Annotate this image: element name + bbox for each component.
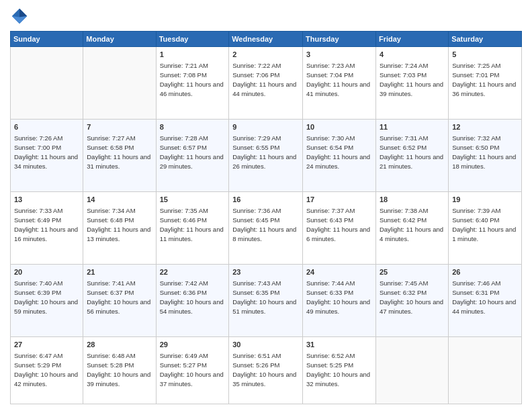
calendar-cell: 26Sunrise: 7:46 AM Sunset: 6:31 PM Dayli… <box>449 265 522 337</box>
day-number: 1 <box>160 50 226 60</box>
day-number: 11 <box>380 122 445 132</box>
day-number: 2 <box>232 50 299 60</box>
cell-daylight-info: Sunrise: 7:38 AM Sunset: 6:42 PM Dayligh… <box>380 206 445 243</box>
calendar-cell: 15Sunrise: 7:35 AM Sunset: 6:46 PM Dayli… <box>156 192 229 265</box>
cell-daylight-info: Sunrise: 7:23 AM Sunset: 7:04 PM Dayligh… <box>306 61 372 98</box>
calendar-cell: 27Sunrise: 6:47 AM Sunset: 5:29 PM Dayli… <box>11 337 83 404</box>
cell-daylight-info: Sunrise: 7:25 AM Sunset: 7:01 PM Dayligh… <box>452 61 518 98</box>
day-number: 6 <box>14 122 79 132</box>
day-number: 19 <box>452 195 518 205</box>
day-number: 28 <box>87 340 152 350</box>
calendar-cell: 24Sunrise: 7:44 AM Sunset: 6:33 PM Dayli… <box>303 265 376 337</box>
calendar-cell: 10Sunrise: 7:30 AM Sunset: 6:54 PM Dayli… <box>303 120 376 192</box>
calendar-cell: 20Sunrise: 7:40 AM Sunset: 6:39 PM Dayli… <box>11 265 83 337</box>
day-number: 9 <box>232 122 299 132</box>
calendar-cell: 5Sunrise: 7:25 AM Sunset: 7:01 PM Daylig… <box>449 47 522 120</box>
day-number: 14 <box>87 195 152 205</box>
cell-daylight-info: Sunrise: 7:42 AM Sunset: 6:36 PM Dayligh… <box>160 279 226 316</box>
calendar-cell <box>83 47 156 120</box>
calendar-cell <box>375 337 448 404</box>
calendar-week-row: 13Sunrise: 7:33 AM Sunset: 6:49 PM Dayli… <box>11 192 522 265</box>
calendar-day-header: Monday <box>83 32 156 47</box>
day-number: 26 <box>452 267 518 277</box>
calendar-day-header: Tuesday <box>156 32 229 47</box>
cell-daylight-info: Sunrise: 7:22 AM Sunset: 7:06 PM Dayligh… <box>232 61 299 98</box>
day-number: 5 <box>452 50 518 60</box>
cell-daylight-info: Sunrise: 6:52 AM Sunset: 5:25 PM Dayligh… <box>306 351 372 388</box>
cell-daylight-info: Sunrise: 7:34 AM Sunset: 6:48 PM Dayligh… <box>87 206 152 243</box>
day-number: 22 <box>160 267 226 277</box>
cell-daylight-info: Sunrise: 7:41 AM Sunset: 6:37 PM Dayligh… <box>87 279 152 316</box>
calendar-day-header: Thursday <box>303 32 376 47</box>
calendar-cell: 3Sunrise: 7:23 AM Sunset: 7:04 PM Daylig… <box>303 47 376 120</box>
cell-daylight-info: Sunrise: 7:40 AM Sunset: 6:39 PM Dayligh… <box>14 279 79 316</box>
day-number: 20 <box>14 267 79 277</box>
day-number: 29 <box>160 340 226 350</box>
calendar-cell: 30Sunrise: 6:51 AM Sunset: 5:26 PM Dayli… <box>229 337 303 404</box>
calendar-week-row: 20Sunrise: 7:40 AM Sunset: 6:39 PM Dayli… <box>11 265 522 337</box>
day-number: 30 <box>232 340 299 350</box>
calendar-week-row: 6Sunrise: 7:26 AM Sunset: 7:00 PM Daylig… <box>11 120 522 192</box>
day-number: 31 <box>306 340 372 350</box>
cell-daylight-info: Sunrise: 7:30 AM Sunset: 6:54 PM Dayligh… <box>306 134 372 171</box>
cell-daylight-info: Sunrise: 7:21 AM Sunset: 7:08 PM Dayligh… <box>160 61 226 98</box>
day-number: 12 <box>452 122 518 132</box>
calendar-week-row: 27Sunrise: 6:47 AM Sunset: 5:29 PM Dayli… <box>11 337 522 404</box>
calendar-day-header: Wednesday <box>229 32 303 47</box>
calendar-cell <box>11 47 83 120</box>
calendar-cell: 31Sunrise: 6:52 AM Sunset: 5:25 PM Dayli… <box>303 337 376 404</box>
calendar-cell: 2Sunrise: 7:22 AM Sunset: 7:06 PM Daylig… <box>229 47 303 120</box>
calendar-day-header: Saturday <box>449 32 522 47</box>
calendar-cell: 9Sunrise: 7:29 AM Sunset: 6:55 PM Daylig… <box>229 120 303 192</box>
cell-daylight-info: Sunrise: 7:36 AM Sunset: 6:45 PM Dayligh… <box>232 206 299 243</box>
logo-icon <box>10 7 29 26</box>
calendar-cell: 4Sunrise: 7:24 AM Sunset: 7:03 PM Daylig… <box>375 47 448 120</box>
header <box>10 7 522 26</box>
calendar-cell: 23Sunrise: 7:43 AM Sunset: 6:35 PM Dayli… <box>229 265 303 337</box>
day-number: 4 <box>380 50 445 60</box>
calendar-cell: 6Sunrise: 7:26 AM Sunset: 7:00 PM Daylig… <box>11 120 83 192</box>
day-number: 7 <box>87 122 152 132</box>
cell-daylight-info: Sunrise: 6:51 AM Sunset: 5:26 PM Dayligh… <box>232 351 299 388</box>
calendar-cell: 18Sunrise: 7:38 AM Sunset: 6:42 PM Dayli… <box>375 192 448 265</box>
calendar-cell: 1Sunrise: 7:21 AM Sunset: 7:08 PM Daylig… <box>156 47 229 120</box>
day-number: 10 <box>306 122 372 132</box>
calendar-cell: 19Sunrise: 7:39 AM Sunset: 6:40 PM Dayli… <box>449 192 522 265</box>
logo <box>10 7 32 26</box>
calendar-cell: 25Sunrise: 7:45 AM Sunset: 6:32 PM Dayli… <box>375 265 448 337</box>
cell-daylight-info: Sunrise: 7:46 AM Sunset: 6:31 PM Dayligh… <box>452 279 518 316</box>
cell-daylight-info: Sunrise: 6:47 AM Sunset: 5:29 PM Dayligh… <box>14 351 79 388</box>
calendar-cell: 17Sunrise: 7:37 AM Sunset: 6:43 PM Dayli… <box>303 192 376 265</box>
calendar-cell: 11Sunrise: 7:31 AM Sunset: 6:52 PM Dayli… <box>375 120 448 192</box>
cell-daylight-info: Sunrise: 7:43 AM Sunset: 6:35 PM Dayligh… <box>232 279 299 316</box>
calendar-cell: 12Sunrise: 7:32 AM Sunset: 6:50 PM Dayli… <box>449 120 522 192</box>
calendar-table: SundayMondayTuesdayWednesdayThursdayFrid… <box>10 31 522 404</box>
svg-marker-1 <box>19 9 27 17</box>
day-number: 15 <box>160 195 226 205</box>
day-number: 21 <box>87 267 152 277</box>
day-number: 3 <box>306 50 372 60</box>
day-number: 27 <box>14 340 79 350</box>
day-number: 17 <box>306 195 372 205</box>
cell-daylight-info: Sunrise: 7:37 AM Sunset: 6:43 PM Dayligh… <box>306 206 372 243</box>
cell-daylight-info: Sunrise: 7:26 AM Sunset: 7:00 PM Dayligh… <box>14 134 79 171</box>
calendar-day-header: Friday <box>375 32 448 47</box>
cell-daylight-info: Sunrise: 6:49 AM Sunset: 5:27 PM Dayligh… <box>160 351 226 388</box>
day-number: 8 <box>160 122 226 132</box>
calendar-cell: 14Sunrise: 7:34 AM Sunset: 6:48 PM Dayli… <box>83 192 156 265</box>
day-number: 13 <box>14 195 79 205</box>
cell-daylight-info: Sunrise: 7:31 AM Sunset: 6:52 PM Dayligh… <box>380 134 445 171</box>
day-number: 18 <box>380 195 445 205</box>
day-number: 23 <box>232 267 299 277</box>
calendar-cell: 21Sunrise: 7:41 AM Sunset: 6:37 PM Dayli… <box>83 265 156 337</box>
cell-daylight-info: Sunrise: 7:35 AM Sunset: 6:46 PM Dayligh… <box>160 206 226 243</box>
calendar-cell: 22Sunrise: 7:42 AM Sunset: 6:36 PM Dayli… <box>156 265 229 337</box>
day-number: 25 <box>380 267 445 277</box>
cell-daylight-info: Sunrise: 7:24 AM Sunset: 7:03 PM Dayligh… <box>380 61 445 98</box>
cell-daylight-info: Sunrise: 7:44 AM Sunset: 6:33 PM Dayligh… <box>306 279 372 316</box>
calendar-week-row: 1Sunrise: 7:21 AM Sunset: 7:08 PM Daylig… <box>11 47 522 120</box>
cell-daylight-info: Sunrise: 7:27 AM Sunset: 6:58 PM Dayligh… <box>87 134 152 171</box>
calendar-cell: 29Sunrise: 6:49 AM Sunset: 5:27 PM Dayli… <box>156 337 229 404</box>
cell-daylight-info: Sunrise: 7:32 AM Sunset: 6:50 PM Dayligh… <box>452 134 518 171</box>
svg-marker-2 <box>12 16 27 24</box>
